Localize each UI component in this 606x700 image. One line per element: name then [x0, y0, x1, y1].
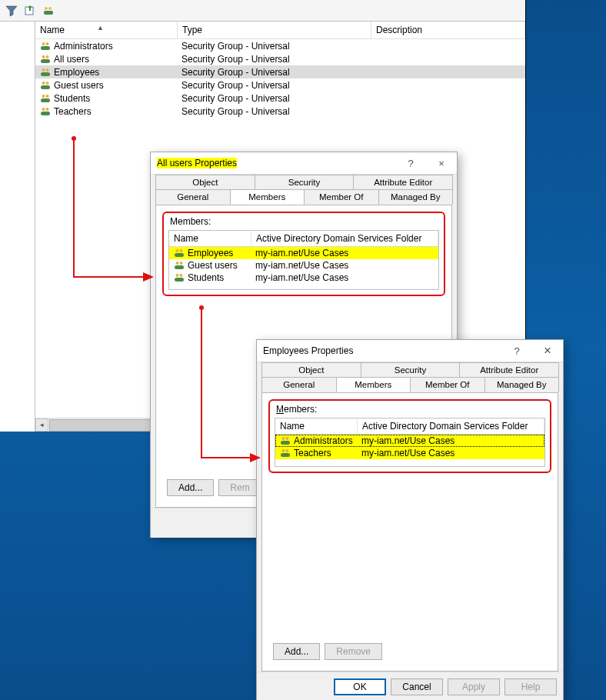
dialog1-close-button[interactable]: ×: [426, 152, 457, 174]
group-name-label: Administrators: [54, 41, 113, 52]
member-row[interactable]: Teachersmy-iam.net/Use Cases: [275, 447, 544, 459]
scroll-left-arrow-icon[interactable]: ◂: [35, 418, 48, 432]
svg-point-31: [282, 437, 285, 440]
tab-general[interactable]: General: [261, 377, 337, 392]
svg-point-32: [286, 437, 289, 440]
dialog2-ok-button[interactable]: OK: [334, 678, 386, 695]
help-icon: ?: [408, 158, 413, 169]
tab-security[interactable]: Security: [361, 362, 461, 377]
svg-point-7: [42, 55, 45, 58]
dialog2-help-button-footer[interactable]: Help: [504, 678, 557, 695]
dialog2-members-col-name[interactable]: Name: [275, 418, 358, 434]
group-name-label: All users: [54, 54, 89, 65]
column-header-description[interactable]: Description: [371, 22, 525, 38]
member-name-label: Employees: [188, 248, 233, 258]
dialog2-titlebar[interactable]: Employees Properties ? ×: [257, 340, 563, 362]
tab-member-of[interactable]: Member Of: [304, 189, 379, 205]
close-icon: ×: [544, 343, 551, 358]
tab-members[interactable]: Members: [230, 189, 305, 205]
dialog2-cancel-button[interactable]: Cancel: [391, 678, 443, 695]
group-icon: [40, 80, 51, 91]
dialog2-members-col-folder[interactable]: Active Directory Domain Services Folder: [358, 418, 544, 434]
tab-security[interactable]: Security: [255, 175, 355, 189]
members-label-text: M: [170, 216, 178, 227]
svg-rect-21: [41, 112, 50, 115]
dialog2-title: Employees Properties: [263, 345, 353, 356]
svg-point-25: [176, 262, 179, 265]
svg-point-34: [282, 449, 285, 452]
tree-collapsed-panel: [0, 22, 35, 432]
member-row[interactable]: Administratorsmy-iam.net/Use Cases: [275, 435, 544, 447]
svg-rect-15: [41, 85, 50, 89]
dialog2-remove-button[interactable]: Remove: [325, 643, 382, 660]
members-label-text: M: [276, 404, 284, 415]
tab-object[interactable]: Object: [155, 175, 255, 189]
column-header-type[interactable]: Type: [178, 22, 371, 38]
dialog2-help-button[interactable]: ?: [501, 340, 532, 362]
dialog1-members-label: Members:: [168, 216, 439, 228]
dialog1-members-groupbox: Members: Name Active Directory Domain Se…: [162, 212, 445, 296]
tab-members[interactable]: Members: [336, 377, 411, 392]
svg-rect-9: [41, 59, 50, 63]
member-folder-label: my-iam.net/Use Cases: [251, 248, 438, 258]
group-row[interactable]: Guest usersSecurity Group - Universal: [35, 78, 525, 92]
group-row[interactable]: StudentsSecurity Group - Universal: [35, 92, 525, 105]
svg-rect-30: [175, 278, 184, 282]
tab-object[interactable]: Object: [261, 362, 361, 377]
col-name-label: Name: [280, 421, 305, 432]
dialog1-titlebar[interactable]: All users Properties ? ×: [151, 152, 457, 175]
member-row[interactable]: Guest usersmy-iam.net/Use Cases: [169, 259, 438, 272]
column-header-name[interactable]: Name ▲: [35, 22, 178, 38]
group-row[interactable]: TeachersSecurity Group - Universal: [35, 105, 525, 118]
tab-managed-by[interactable]: Managed By: [484, 377, 560, 392]
group-type-label: Security Group - Universal: [177, 41, 370, 52]
scroll-thumb[interactable]: [49, 419, 158, 432]
group-name-label: Guest users: [54, 80, 104, 91]
dialog1-members-list[interactable]: Name Active Directory Domain Services Fo…: [168, 230, 439, 290]
dialog2-apply-button[interactable]: Apply: [448, 678, 500, 695]
svg-point-13: [42, 82, 45, 85]
tab-managed-by[interactable]: Managed By: [378, 189, 454, 205]
tab-attribute-editor[interactable]: Attribute Editor: [353, 175, 453, 189]
group-type-label: Security Group - Universal: [177, 80, 370, 91]
svg-rect-18: [41, 98, 50, 102]
dialog2-members-list[interactable]: Name Active Directory Domain Services Fo…: [275, 418, 545, 467]
export-icon[interactable]: [23, 4, 37, 18]
svg-rect-33: [281, 441, 290, 445]
group-row[interactable]: All usersSecurity Group - Universal: [35, 52, 525, 65]
member-row[interactable]: Employeesmy-iam.net/Use Cases: [169, 247, 438, 259]
tab-member-of[interactable]: Member Of: [410, 377, 485, 392]
dialog1-members-col-folder[interactable]: Active Directory Domain Services Folder: [251, 231, 438, 246]
svg-point-26: [180, 262, 183, 265]
group-icon: [174, 272, 185, 283]
dialog2-add-button[interactable]: Add...: [273, 643, 320, 660]
dialog1-add-button[interactable]: Add...: [167, 479, 214, 496]
dialog1-remove-button[interactable]: Rem: [218, 479, 261, 496]
svg-point-28: [176, 274, 179, 277]
dialog1-members-header: Name Active Directory Domain Services Fo…: [169, 231, 438, 247]
col-name-label: Name: [174, 233, 198, 244]
dialog2-footer: OK Cancel Apply Help: [257, 672, 563, 700]
dialog1-help-button[interactable]: ?: [395, 152, 426, 174]
group-type-label: Security Group - Universal: [177, 67, 370, 78]
query-users-icon[interactable]: [42, 4, 55, 18]
svg-point-14: [46, 82, 49, 85]
dialog1-members-col-name[interactable]: Name: [169, 231, 251, 246]
group-row[interactable]: AdministratorsSecurity Group - Universal: [35, 39, 525, 52]
tab-attribute-editor[interactable]: Attribute Editor: [459, 362, 559, 377]
column-header-name-label: Name: [40, 25, 65, 35]
tab-general[interactable]: General: [155, 189, 231, 205]
svg-rect-3: [44, 11, 53, 15]
column-header-row: Name ▲ Type Description: [35, 22, 525, 39]
group-row[interactable]: EmployeesSecurity Group - Universal: [35, 65, 525, 78]
svg-point-16: [42, 95, 45, 98]
svg-point-17: [46, 95, 49, 98]
member-name-label: Teachers: [294, 448, 331, 458]
member-row[interactable]: Studentsmy-iam.net/Use Cases: [169, 272, 438, 284]
filter-icon[interactable]: [5, 4, 18, 18]
dialog2-close-button[interactable]: ×: [532, 340, 563, 362]
group-icon: [280, 448, 291, 458]
member-folder-label: my-iam.net/Use Cases: [357, 435, 544, 446]
group-icon: [174, 260, 185, 271]
svg-rect-24: [175, 253, 184, 257]
